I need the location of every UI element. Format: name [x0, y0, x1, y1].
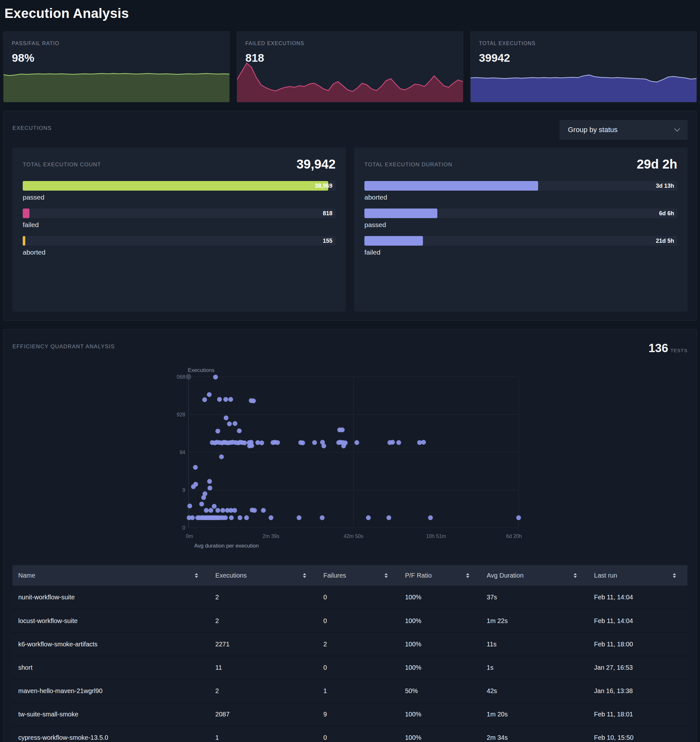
table-row[interactable]: locust-workflow-suite20100%1m 22sFeb 11,… — [12, 609, 688, 632]
status-bar-label: failed — [364, 249, 677, 256]
status-bar-group: 818 failed — [23, 209, 336, 229]
sort-icon[interactable] — [574, 573, 577, 578]
scatter-y-tick: 0 — [182, 525, 185, 531]
table-cell: 2 — [209, 617, 318, 625]
scatter-point — [220, 508, 225, 513]
column-header-label: Executions — [215, 572, 247, 579]
scatter-point — [516, 515, 521, 520]
table-cell: 0 — [318, 734, 399, 741]
table-row[interactable]: nunit-workflow-suite20100%37sFeb 11, 14:… — [12, 586, 688, 609]
table-cell: 0 — [318, 617, 399, 625]
table-cell: 1 — [209, 734, 318, 741]
table-sort-header[interactable]: P/F Ratio — [399, 572, 481, 579]
execution-count-card: TOTAL EXECUTION COUNT 39,942 38,969 pass… — [12, 147, 346, 312]
table-cell: maven-hello-maven-21wgrl90 — [12, 687, 209, 695]
scatter-point — [207, 479, 212, 484]
sort-icon[interactable] — [385, 573, 388, 578]
efficiency-quadrant-panel: EFFICIENCY QUADRANT ANALYSIS 136 TESTS 0… — [3, 329, 697, 742]
table-cell: 11s — [481, 640, 588, 648]
scatter-point — [229, 515, 234, 520]
scatter-point — [242, 440, 247, 445]
scatter-point — [251, 399, 256, 403]
table-cell: 2 — [209, 593, 318, 601]
table-cell: 100% — [399, 711, 481, 718]
status-bar-label: aborted — [23, 249, 336, 256]
scatter-x-tick: 6d 20h — [506, 533, 522, 539]
execution-duration-card: TOTAL EXECUTION DURATION 29d 2h 3d 13h a… — [354, 147, 688, 312]
table-row[interactable]: short110100%1sJan 27, 16:53 — [12, 656, 688, 679]
column-header-label: Avg Duration — [486, 572, 523, 579]
efficiency-quadrant-title: EFFICIENCY QUADRANT ANALYSIS — [12, 339, 115, 350]
table-row[interactable]: k6-workflow-smoke-artifacts22712100%11sF… — [12, 632, 688, 656]
scatter-point — [259, 440, 264, 445]
scatter-y-tick: 928 — [177, 412, 185, 417]
table-cell: 0 — [318, 593, 399, 601]
status-bar-group: 155 aborted — [23, 236, 336, 256]
status-bar-fill — [364, 209, 437, 218]
status-bar-track: 155 — [23, 236, 336, 246]
scatter-point — [223, 515, 228, 520]
scatter-point — [227, 421, 232, 426]
page-title: Execution Analysis — [4, 6, 697, 21]
table-cell: 11 — [209, 664, 318, 671]
table-sort-header[interactable]: Avg Duration — [481, 572, 588, 579]
table-cell: 42s — [481, 687, 588, 695]
table-row[interactable]: maven-hello-maven-21wgrl902150%42sJan 16… — [12, 679, 688, 702]
table-sort-header[interactable]: Name — [12, 572, 209, 579]
tests-count: 136 — [648, 342, 668, 355]
scatter-point — [202, 397, 207, 402]
scatter-point — [224, 415, 228, 420]
tests-count-suffix: TESTS — [671, 347, 688, 353]
sort-icon[interactable] — [303, 573, 306, 578]
scatter-point — [396, 440, 401, 445]
table-cell: locust-workflow-suite — [12, 617, 209, 625]
kpi-card: PASS/FAIL RATIO 98% — [3, 31, 230, 102]
table-cell: 1s — [481, 664, 588, 671]
table-sort-header[interactable]: Executions — [209, 572, 318, 579]
scatter-x-tick: 0m — [186, 533, 193, 539]
scatter-point — [191, 484, 196, 489]
scatter-point — [217, 397, 222, 402]
table-row[interactable]: cypress-workflow-smoke-13.5.010100%2m 34… — [12, 726, 688, 742]
group-by-dropdown-value: Group by status — [568, 126, 617, 134]
scatter-x-tick: 10h 51m — [426, 533, 446, 539]
sort-icon[interactable] — [195, 573, 198, 578]
table-cell: 2271 — [209, 640, 318, 648]
scatter-point — [187, 504, 192, 508]
scatter-point — [193, 465, 198, 470]
sort-icon[interactable] — [466, 573, 469, 578]
table-row[interactable]: tw-suite-small-smoke20879100%1m 20sFeb 1… — [12, 702, 688, 726]
column-header-label: P/F Ratio — [405, 572, 432, 579]
status-bar-label: passed — [23, 193, 336, 201]
status-bar-label: aborted — [364, 193, 677, 201]
table-sort-header[interactable]: Failures — [318, 572, 399, 579]
table-header-row: NameExecutionsFailuresP/F RatioAvg Durat… — [12, 565, 688, 586]
kpi-value: 39942 — [479, 52, 510, 64]
scatter-point — [321, 444, 326, 448]
table-cell: Feb 11, 18:01 — [588, 711, 688, 718]
status-bar-group: 21d 5h failed — [364, 236, 677, 256]
group-by-dropdown[interactable]: Group by status — [560, 120, 688, 140]
table-cell: short — [12, 664, 209, 671]
scatter-point — [212, 504, 217, 509]
table-cell: 100% — [399, 734, 481, 741]
scatter-point — [232, 508, 237, 513]
status-bar-value: 3d 13h — [656, 181, 674, 191]
execution-duration-title: TOTAL EXECUTION DURATION — [364, 157, 452, 168]
table-cell: 37s — [481, 593, 588, 601]
efficiency-scatter-chart: 06892894900m2m 39s42m 50s10h 51m6d 20hEx… — [163, 368, 544, 552]
status-bar-fill — [23, 236, 25, 246]
execution-duration-total: 29d 2h — [637, 157, 677, 171]
status-bar-fill — [23, 181, 328, 191]
scatter-point — [249, 443, 254, 448]
table-sort-header[interactable]: Last run — [588, 572, 688, 579]
table-cell: Jan 16, 13:38 — [588, 687, 688, 695]
scatter-point — [204, 508, 209, 513]
scatter-point — [207, 392, 212, 397]
sort-icon[interactable] — [673, 573, 676, 578]
kpi-card: FAILED EXECUTIONS 818 — [237, 31, 463, 102]
status-bar-value: 818 — [323, 209, 332, 218]
scatter-point — [199, 502, 204, 506]
table-cell: 100% — [399, 593, 481, 601]
scatter-point — [340, 428, 345, 433]
